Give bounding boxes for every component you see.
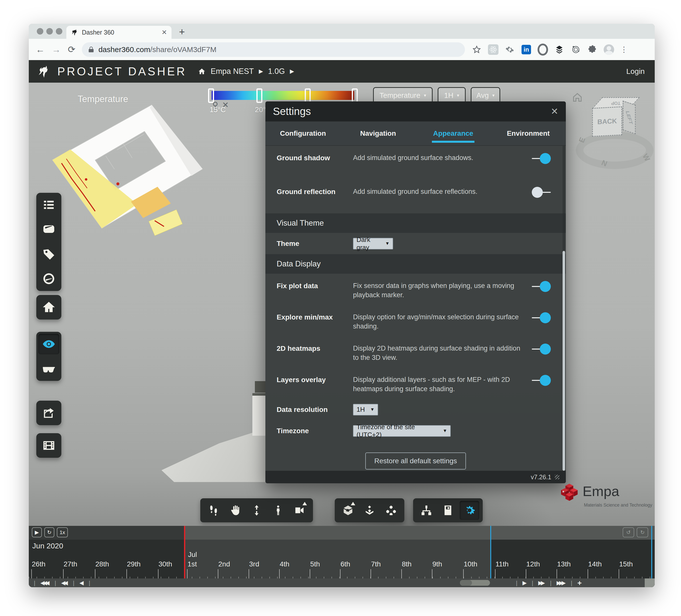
traffic-light-close[interactable]: [37, 28, 43, 34]
timeline-dates-row[interactable]: Jun 2020 Jul 26th27th28th29th30th1st2nd3…: [29, 540, 655, 578]
compass-ring[interactable]: [576, 131, 653, 169]
linkedin-extension-icon[interactable]: in: [521, 44, 532, 55]
traffic-light-zoom[interactable]: [56, 28, 62, 34]
browser-tab[interactable]: Dasher 360 ✕: [66, 26, 172, 39]
fix-plot-data-toggle[interactable]: [532, 281, 551, 292]
section-box-button[interactable]: [337, 500, 359, 521]
breadcrumb-floor[interactable]: 1.0G: [268, 67, 285, 76]
sidebar-item-gauges[interactable]: [36, 266, 61, 291]
settings-button[interactable]: [459, 500, 480, 521]
data-resolution-select[interactable]: 1H▼: [353, 404, 378, 415]
tick-label: 10th: [464, 560, 477, 568]
jump-end-button[interactable]: ▶▶▶: [557, 580, 566, 586]
layers-overlay-toggle[interactable]: [532, 375, 551, 386]
zoom-in-button[interactable]: +: [577, 579, 582, 587]
sidebar-item-surface-shading[interactable]: [36, 332, 61, 356]
sidebar-item-dashboard[interactable]: [36, 217, 61, 242]
explore-min-max-toggle[interactable]: [532, 312, 551, 323]
sidebar-item-home[interactable]: [36, 295, 61, 320]
back-icon[interactable]: ←: [36, 44, 45, 55]
close-icon[interactable]: ✕: [551, 106, 558, 117]
scrollbar-thumb[interactable]: [562, 251, 565, 471]
login-button[interactable]: Login: [626, 67, 645, 76]
first-person-button[interactable]: [268, 500, 289, 521]
loop-button[interactable]: ↻: [44, 527, 54, 537]
breadcrumb-site[interactable]: Empa NEST: [210, 67, 254, 76]
timeline-resize-block[interactable]: [645, 578, 655, 587]
resize-grip-icon[interactable]: [555, 475, 559, 479]
selection-marker-end[interactable]: [651, 526, 652, 578]
properties-button[interactable]: [437, 500, 459, 521]
legend-marker[interactable]: [256, 89, 262, 103]
tick-label: 5th: [310, 560, 320, 568]
timeline-scrollbar-row[interactable]: | ◀◀◀ | ◀◀ | ◀ | | ▶ | ▶▶ | ▶▶▶ | +: [29, 578, 655, 587]
timezone-select[interactable]: Timezone of the site (UTC+2)▼: [353, 425, 451, 437]
theme-select[interactable]: Dark gray▼: [353, 238, 393, 249]
step-back-button[interactable]: ◀: [79, 580, 84, 586]
sidebar-item-list[interactable]: [36, 193, 61, 217]
sidebar-item-xray[interactable]: [36, 356, 61, 381]
puzzle-extension-icon[interactable]: [587, 44, 598, 55]
traffic-light-minimize[interactable]: [46, 28, 53, 34]
jump-start-button[interactable]: ◀◀◀: [40, 580, 50, 586]
layers-extension-icon[interactable]: [554, 44, 564, 55]
step-forward-button[interactable]: ▶: [523, 580, 527, 586]
chevron-right-icon[interactable]: ▶: [290, 68, 294, 75]
dialog-titlebar[interactable]: Settings ✕: [266, 101, 566, 121]
undo-button[interactable]: ↺: [623, 527, 634, 537]
sidebar-group-view: [36, 332, 61, 381]
viewport-3d[interactable]: Temperature ⚲ ✕ 15°C 20°C Temperature▾ 1…: [29, 83, 655, 526]
legend-marker[interactable]: [352, 89, 358, 103]
close-tab-icon[interactable]: ✕: [161, 28, 167, 36]
model-browser-button[interactable]: [415, 500, 437, 521]
tab-appearance[interactable]: Appearance: [415, 121, 491, 145]
tab-configuration[interactable]: Configuration: [266, 121, 340, 145]
pan-tool-button[interactable]: [224, 500, 246, 521]
tab-environment[interactable]: Environment: [491, 121, 566, 145]
timeline[interactable]: ▶ ↻ 1x ↺ ↻ Jun 2020 Jul 26th27th28th29th…: [29, 526, 655, 587]
viewcube-back-face[interactable]: BACK: [592, 106, 622, 137]
home-icon[interactable]: [198, 68, 206, 75]
orbit-extension-icon[interactable]: [571, 44, 581, 55]
page-back-button[interactable]: ◀◀: [61, 580, 68, 586]
walk-tool-button[interactable]: [203, 500, 224, 521]
levels-button[interactable]: [380, 500, 402, 521]
viewcube-left-face[interactable]: LEFT: [623, 101, 636, 134]
page-forward-button[interactable]: ▶▶: [538, 580, 545, 586]
restore-defaults-button[interactable]: Restore all default settings: [365, 452, 466, 469]
2d-heatmaps-toggle[interactable]: [532, 343, 551, 355]
chrome-menu-icon[interactable]: ⋮: [620, 45, 628, 54]
setting-label: Data resolution: [277, 405, 353, 414]
address-bar[interactable]: dasher360.com/share/oVAM3dF7M: [82, 42, 465, 57]
sidebar-item-video[interactable]: [36, 433, 61, 458]
profile-avatar[interactable]: [604, 44, 614, 55]
gear-extension-icon[interactable]: [504, 44, 515, 55]
bookmark-star-icon[interactable]: [472, 44, 482, 55]
dialog-scrollbar[interactable]: [562, 146, 565, 471]
elevation-tool-button[interactable]: [246, 500, 268, 521]
viewcube-home-icon[interactable]: [572, 92, 583, 103]
temperature-gradient-bar[interactable]: [211, 91, 354, 100]
chevron-right-icon[interactable]: ▶: [259, 68, 263, 75]
sidebar-item-tags[interactable]: [36, 242, 61, 266]
camera-views-button[interactable]: [289, 500, 310, 521]
redo-button[interactable]: ↻: [637, 527, 648, 537]
ground-reflection-toggle[interactable]: [532, 187, 551, 198]
sidebar-item-share[interactable]: [36, 401, 61, 425]
react-extension-icon[interactable]: [488, 44, 499, 55]
legend-marker[interactable]: [305, 89, 311, 103]
new-tab-button[interactable]: +: [179, 26, 185, 38]
ground-shadow-toggle[interactable]: [532, 153, 551, 164]
ring-extension-icon[interactable]: [537, 44, 548, 55]
playhead-marker[interactable]: [184, 526, 185, 578]
tick-label: 15th: [619, 560, 633, 568]
timeline-scroll-thumb[interactable]: [460, 580, 490, 586]
forward-icon[interactable]: →: [52, 44, 61, 55]
explode-model-button[interactable]: [359, 500, 380, 521]
speed-button[interactable]: 1x: [57, 527, 68, 537]
reload-icon[interactable]: ⟳: [68, 44, 75, 55]
selection-marker[interactable]: [490, 526, 491, 578]
tab-navigation[interactable]: Navigation: [340, 121, 415, 145]
sidebar-group-video: [36, 433, 61, 458]
play-button[interactable]: ▶: [32, 527, 42, 537]
